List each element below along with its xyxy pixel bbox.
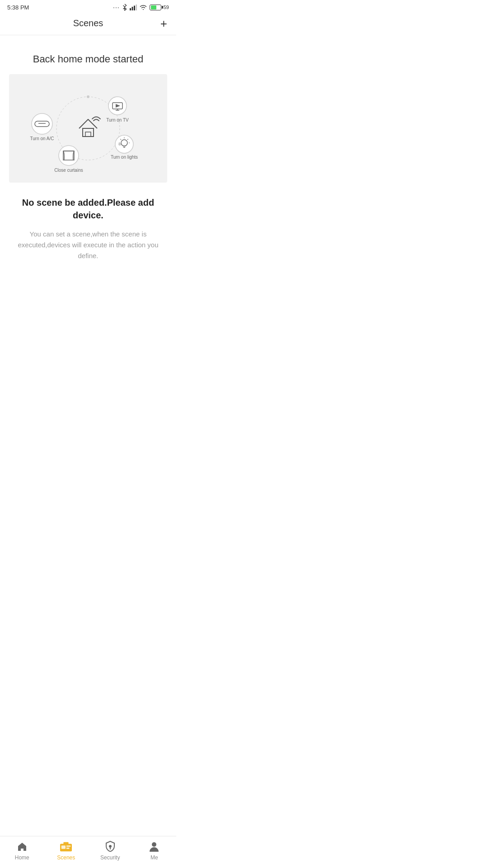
svg-text:Turn on A/C: Turn on A/C — [30, 136, 54, 141]
svg-rect-5 — [83, 128, 94, 137]
battery-percent: 59 — [164, 5, 169, 10]
status-bar: 5:38 PM ··· 59 — [0, 0, 176, 14]
svg-rect-2 — [134, 5, 135, 10]
svg-rect-3 — [136, 5, 137, 10]
svg-point-31 — [87, 95, 89, 98]
svg-text:Turn on TV: Turn on TV — [106, 118, 129, 123]
svg-rect-0 — [130, 8, 131, 10]
svg-point-27 — [59, 146, 79, 165]
bluetooth-icon — [122, 4, 127, 11]
header: Scenes + — [0, 14, 176, 35]
svg-text:Turn on lights: Turn on lights — [111, 155, 138, 160]
status-icons: ··· 59 — [113, 4, 169, 11]
svg-point-32 — [118, 143, 121, 146]
more-icon: ··· — [113, 4, 120, 11]
svg-rect-1 — [131, 7, 133, 10]
battery-icon — [150, 5, 161, 10]
scene-illustration: Turn on TV Turn on A/C — [9, 74, 167, 183]
scene-svg: Turn on TV Turn on A/C — [20, 83, 156, 174]
main-content: Back home mode started — [0, 35, 176, 270]
no-scene-desc: You can set a scene,when the scene is ex… — [9, 229, 167, 261]
svg-text:Close curtains: Close curtains — [54, 168, 83, 173]
add-button[interactable]: + — [160, 18, 167, 29]
svg-rect-6 — [85, 132, 91, 137]
time: 5:38 PM — [7, 4, 29, 11]
wifi-icon — [139, 4, 147, 10]
scene-title: Back home mode started — [33, 53, 144, 65]
no-scene-title: No scene be added.Please add device. — [9, 196, 167, 222]
signal-icon — [130, 5, 137, 10]
page-title: Scenes — [73, 18, 103, 28]
